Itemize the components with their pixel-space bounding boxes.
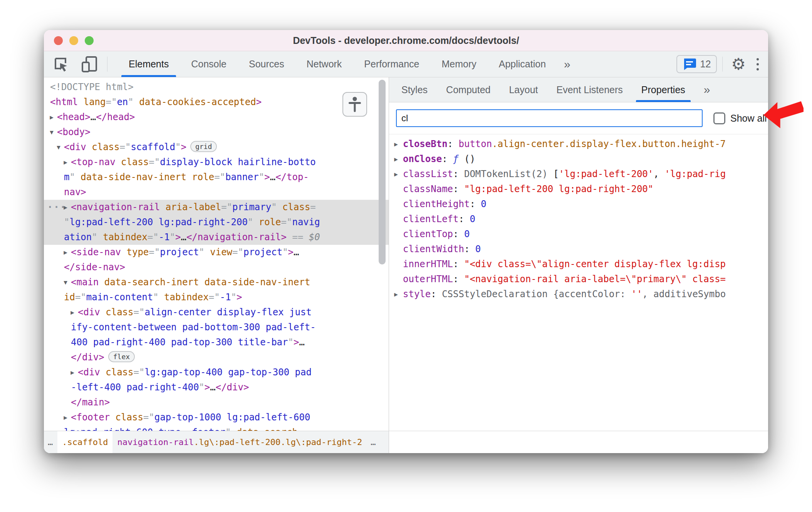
dom-tree-line[interactable]: ▼<body> [44, 125, 389, 140]
dom-tree-line[interactable]: id="main-content" tabindex="-1"> [44, 290, 389, 305]
expand-arrow-open-icon[interactable]: ▼ [47, 125, 56, 140]
toolbar-divider [107, 57, 107, 72]
property-row-clientHeight[interactable]: clientHeight: 0 [389, 197, 768, 212]
minimize-window-button[interactable] [69, 36, 78, 45]
expand-arrow-closed-icon[interactable]: ▶ [68, 365, 77, 380]
expand-arrow-closed-icon[interactable]: ▶ [61, 155, 70, 170]
breadcrumb-item-1[interactable]: navigation-rail.lg\:pad-left-200.lg\:pad… [112, 431, 367, 453]
dom-tree-line[interactable]: ···▶<navigation-rail aria-label="primary… [44, 200, 389, 215]
devtools-window: DevTools - developer.chrome.com/docs/dev… [44, 30, 768, 453]
expand-arrow-closed-icon[interactable]: ▶ [47, 110, 56, 125]
tab-memory[interactable]: Memory [430, 51, 487, 77]
dom-tree-line[interactable]: lg:pad-right-600 type--footer" data-sear… [44, 425, 389, 431]
issues-count: 12 [700, 59, 711, 70]
property-row-className[interactable]: className: "lg:pad-left-200 lg:pad-right… [389, 182, 768, 197]
property-row-clientLeft[interactable]: clientLeft: 0 [389, 212, 768, 227]
expand-arrow-open-icon[interactable]: ▼ [61, 275, 70, 290]
property-name: innerHTML [403, 259, 453, 269]
property-row-closeBtn[interactable]: ▶closeBtn: button.align-center.display-f… [389, 137, 768, 152]
settings-gear-button[interactable]: ⚙ [726, 51, 751, 77]
dom-tree-line[interactable]: ation" tabindex="-1">…</navigation-rail>… [44, 230, 389, 245]
property-row-onClose[interactable]: ▶onClose: ƒ () [389, 152, 768, 167]
accessibility-button[interactable] [342, 92, 367, 117]
tab-performance[interactable]: Performance [353, 51, 430, 77]
dom-tree-line[interactable]: </side-nav> [44, 260, 389, 275]
kebab-menu-icon [757, 58, 759, 70]
tab-sources[interactable]: Sources [238, 51, 295, 77]
dom-tree-line[interactable]: </main> [44, 395, 389, 410]
property-name: className [403, 184, 453, 194]
toolbar-spacer [577, 51, 674, 77]
property-name: clientLeft [403, 214, 459, 224]
dom-tree-line[interactable]: ▼<div class="scaffold">grid [44, 140, 389, 155]
dom-tree-line[interactable]: nav> [44, 185, 389, 200]
property-row-classList[interactable]: ▶classList: DOMTokenList(2) ['lg:pad-lef… [389, 167, 768, 182]
dom-tree-line[interactable]: ▶<side-nav type="project" view="project"… [44, 245, 389, 260]
dom-tree-line[interactable]: "lg:pad-left-200 lg:pad-right-200" role=… [44, 215, 389, 230]
dom-tree-line[interactable]: <!DOCTYPE html> [44, 80, 389, 95]
property-row-clientTop[interactable]: clientTop: 0 [389, 227, 768, 242]
dom-tree-line[interactable]: ▶<top-nav class="display-block hairline-… [44, 155, 389, 170]
property-row-clientWidth[interactable]: clientWidth: 0 [389, 242, 768, 257]
gear-icon: ⚙ [731, 56, 746, 72]
tab-elements[interactable]: Elements [117, 51, 180, 77]
expand-arrow-closed-icon[interactable]: ▶ [61, 410, 70, 425]
issues-chat-icon [683, 58, 696, 71]
expand-arrow-closed-icon[interactable]: ▶ [61, 200, 70, 215]
issues-button[interactable]: 12 [676, 55, 717, 73]
tree-scrollbar-thumb[interactable] [379, 80, 386, 264]
sidebar-tab-more[interactable]: » [695, 77, 720, 102]
expand-arrow-closed-icon[interactable]: ▶ [391, 167, 401, 182]
show-all-checkbox[interactable] [713, 112, 725, 124]
dom-tree-line[interactable]: -left-400 pad-right-400">…</div> [44, 380, 389, 395]
expand-arrow-closed-icon[interactable]: ▶ [391, 137, 401, 152]
grid-badge[interactable]: grid [190, 141, 217, 152]
property-row-innerHTML[interactable]: innerHTML: "<div class=\"align-center di… [389, 257, 768, 272]
sidebar-tab-properties[interactable]: Properties [632, 77, 695, 102]
tab-console[interactable]: Console [180, 51, 238, 77]
sidebar-tab-layout[interactable]: Layout [500, 77, 547, 102]
tab-network[interactable]: Network [295, 51, 353, 77]
breadcrumb-item-0[interactable]: .scaffold [57, 431, 112, 453]
elements-tree-panel: <!DOCTYPE html><html lang="en" data-cook… [44, 77, 389, 431]
expand-arrow-closed-icon[interactable]: ▶ [391, 152, 401, 167]
devtools-main-area: <!DOCTYPE html><html lang="en" data-cook… [44, 77, 768, 431]
property-row-outerHTML[interactable]: outerHTML: "<navigation-rail aria-label=… [389, 272, 768, 287]
property-row-style[interactable]: ▶style: CSSStyleDeclaration {accentColor… [389, 287, 768, 302]
dom-tree-line[interactable]: ify-content-between pad-bottom-300 pad-l… [44, 320, 389, 335]
dom-tree-line[interactable]: ▶<footer class="gap-top-1000 lg:pad-left… [44, 410, 389, 425]
more-options-button[interactable] [751, 51, 764, 77]
sidebar-tab-styles[interactable]: Styles [392, 77, 437, 102]
dom-tree-line[interactable]: ▶<div class="lg:gap-top-400 gap-top-300 … [44, 365, 389, 380]
property-name: onClose [403, 154, 442, 164]
expand-arrow-closed-icon[interactable]: ▶ [391, 287, 401, 302]
zoom-window-button[interactable] [85, 36, 94, 45]
device-toolbar-button[interactable] [75, 51, 104, 77]
dom-tree-line[interactable]: </div>flex [44, 350, 389, 365]
expand-arrow-closed-icon[interactable]: ▶ [61, 245, 70, 260]
expand-arrow-open-icon[interactable]: ▼ [54, 140, 63, 155]
inspect-element-button[interactable] [47, 51, 75, 77]
show-all-label[interactable]: Show all [730, 113, 767, 124]
tab-more[interactable]: » [557, 51, 577, 77]
dom-tree-line[interactable]: ▶<head>…</head> [44, 110, 389, 125]
accessibility-person-icon [348, 96, 362, 112]
dom-tree-line[interactable]: <html lang="en" data-cookies-accepted> [44, 95, 389, 110]
flex-badge[interactable]: flex [108, 351, 135, 362]
properties-filter-row: Show all [389, 102, 768, 134]
expand-arrow-closed-icon[interactable]: ▶ [68, 305, 77, 320]
dom-tree-line[interactable]: m" data-side-nav-inert role="banner">…</… [44, 170, 389, 185]
sidebar-tab-event-listeners[interactable]: Event Listeners [547, 77, 632, 102]
close-window-button[interactable] [54, 36, 63, 45]
sidebar-tab-computed[interactable]: Computed [437, 77, 500, 102]
breadcrumb-overflow-left[interactable]: … [44, 431, 57, 453]
properties-filter-input[interactable] [396, 109, 703, 127]
tab-application[interactable]: Application [488, 51, 557, 77]
breadcrumb: ….scaffoldnavigation-rail.lg\:pad-left-2… [44, 431, 389, 453]
panel-tabs: ElementsConsoleSourcesNetworkPerformance… [117, 51, 577, 77]
dom-tree-line[interactable]: ▼<main data-search-inert data-side-nav-i… [44, 275, 389, 290]
dom-tree-line[interactable]: ▶<div class="align-center display-flex j… [44, 305, 389, 320]
dom-tree-line[interactable]: 400 pad-right-400 pad-top-300 title-bar"… [44, 335, 389, 350]
breadcrumb-overflow-right[interactable]: … [367, 431, 380, 453]
property-name: clientTop [403, 229, 453, 239]
